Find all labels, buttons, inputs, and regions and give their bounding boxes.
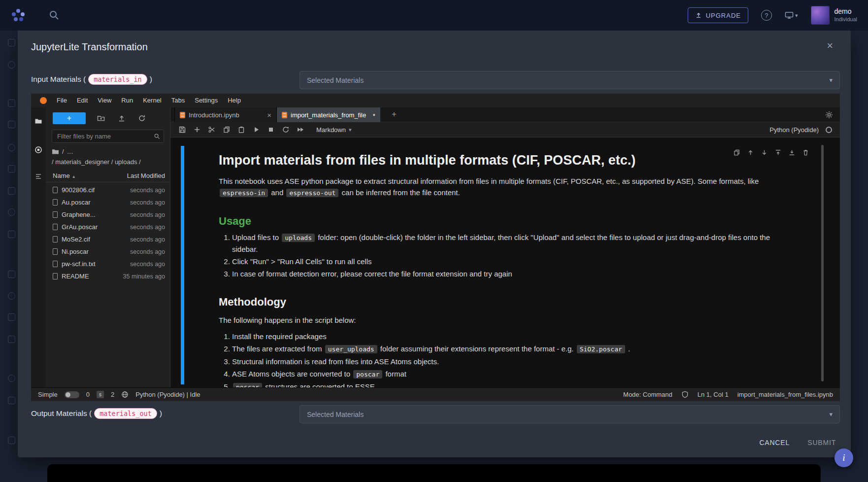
sidebar-icon[interactable] [8, 100, 15, 107]
notebook-scrollbar[interactable] [821, 145, 824, 381]
unsaved-dot-icon[interactable]: ● [373, 112, 375, 117]
filter-files-input[interactable] [52, 130, 164, 143]
help-icon[interactable]: ? [761, 10, 772, 21]
menu-item-settings[interactable]: Settings [190, 94, 223, 107]
breadcrumb-ellipsis[interactable]: … [67, 148, 73, 155]
table-of-contents-tab-icon[interactable] [34, 172, 42, 180]
file-row[interactable]: 9002806.cifseconds ago [46, 184, 170, 196]
gear-icon[interactable] [825, 111, 833, 119]
copy-icon[interactable] [223, 126, 231, 134]
viewport-menu[interactable]: ▾ [785, 11, 798, 19]
sidebar-icon[interactable] [8, 336, 15, 343]
jupyter-logo-icon [40, 97, 47, 104]
sidebar-icon[interactable] [8, 144, 15, 151]
cell-collapser[interactable] [181, 146, 184, 384]
insert-cell-icon[interactable] [193, 126, 201, 134]
md-text: The files are extracted from [232, 344, 324, 353]
cell-type-dropdown[interactable]: Markdown ▾ [316, 126, 352, 134]
sidebar-icon[interactable] [8, 165, 15, 172]
sidebar-icon[interactable] [8, 271, 15, 278]
menu-item-edit[interactable]: Edit [72, 94, 93, 107]
close-icon[interactable]: × [827, 39, 833, 52]
output-materials-label: Output Materials ( materials_out ) [31, 408, 162, 419]
file-row[interactable]: Au.poscarseconds ago [46, 196, 170, 208]
session-badge-icon[interactable]: s [97, 391, 104, 398]
refresh-icon[interactable] [138, 114, 146, 122]
kernel-count[interactable]: 2 [111, 391, 114, 398]
column-header-last-modified[interactable]: Last Modified [127, 172, 165, 179]
sidebar-icon[interactable] [8, 61, 15, 69]
restart-kernel-icon[interactable] [282, 126, 290, 134]
file-row[interactable]: Ni.poscarseconds ago [46, 245, 170, 258]
sidebar-icon[interactable] [8, 292, 15, 300]
md-text: Upload files to [232, 233, 281, 241]
selected-materials-input-dropdown[interactable]: Selected Materials ▾ [300, 71, 840, 89]
trust-shield-icon[interactable] [681, 391, 689, 398]
terminal-count[interactable]: 0 [86, 391, 90, 398]
cut-icon[interactable] [208, 126, 216, 134]
sidebar-icon[interactable] [8, 397, 15, 404]
run-icon[interactable] [252, 126, 260, 134]
upgrade-button[interactable]: UPGRADE [688, 7, 748, 23]
command-mode-indicator[interactable]: Mode: Command [623, 391, 672, 398]
menu-item-kernel[interactable]: Kernel [138, 94, 167, 107]
save-icon[interactable] [178, 126, 186, 134]
column-header-name[interactable]: Name▲ [53, 172, 76, 179]
kernel-status-text[interactable]: Python (Pyodide) | Idle [135, 391, 200, 398]
sidebar-icon[interactable] [8, 437, 15, 444]
tab-import-materials[interactable]: import_materials_from_file ● [277, 107, 380, 122]
file-row[interactable]: MoSe2.cifseconds ago [46, 233, 170, 245]
md-text: folder assuming their extensions represe… [378, 344, 576, 353]
upload-icon[interactable] [118, 114, 126, 122]
sidebar-icon[interactable] [8, 39, 15, 46]
menu-item-help[interactable]: Help [223, 94, 246, 107]
tab-introduction[interactable]: Introduction.ipynb × [174, 107, 277, 122]
menu-item-file[interactable]: File [52, 94, 72, 107]
kernel-name[interactable]: Python (Pyodide) [769, 126, 819, 134]
delete-cell-icon[interactable] [802, 149, 809, 156]
kernel-status-icon[interactable] [826, 127, 832, 133]
markdown-cell[interactable]: Import materials from files in multiple … [219, 138, 795, 387]
chevron-down-icon: ▾ [349, 127, 352, 133]
cancel-button[interactable]: CANCEL [755, 436, 794, 449]
file-list: 9002806.cifseconds agoAu.poscarseconds a… [46, 184, 170, 282]
running-sessions-tab-icon[interactable] [34, 146, 42, 154]
jupyter-menubar: FileEditViewRunKernelTabsSettingsHelp [31, 94, 840, 107]
notebook-file-icon [282, 112, 287, 118]
sidebar-icon[interactable] [8, 208, 15, 216]
breadcrumb-path[interactable]: / materials_designer / uploads / [52, 158, 141, 166]
home-folder-icon[interactable] [52, 148, 59, 155]
avatar[interactable] [811, 6, 830, 25]
file-row[interactable]: GrAu.poscarseconds ago [46, 221, 170, 233]
stop-icon[interactable] [267, 126, 275, 134]
selected-materials-output-dropdown[interactable]: Selected Materials ▾ [300, 405, 840, 423]
sidebar-icon[interactable] [8, 313, 15, 321]
file-browser-tab-icon[interactable] [34, 117, 42, 125]
submit-button[interactable]: SUBMIT [803, 436, 840, 449]
sidebar-icon[interactable] [8, 375, 15, 382]
simple-mode-toggle[interactable] [65, 391, 79, 398]
menu-item-view[interactable]: View [93, 94, 116, 107]
search-icon[interactable] [48, 9, 60, 21]
file-row[interactable]: Graphene...seconds ago [46, 208, 170, 221]
restart-run-all-icon[interactable] [297, 126, 304, 134]
info-button[interactable]: i [835, 448, 853, 467]
sidebar-icon[interactable] [8, 231, 15, 238]
file-row[interactable]: README35 minutes ago [46, 270, 170, 282]
menu-item-run[interactable]: Run [116, 94, 138, 107]
file-row[interactable]: pw-scf.in.txtseconds ago [46, 258, 170, 270]
active-filename[interactable]: import_materials_from_files.ipynb [737, 391, 833, 398]
menu-item-tabs[interactable]: Tabs [167, 94, 190, 107]
globe-icon[interactable] [121, 391, 129, 398]
cursor-position[interactable]: Ln 1, Col 1 [698, 391, 729, 398]
sidebar-icon[interactable] [8, 187, 15, 195]
sidebar-icon[interactable] [8, 121, 15, 128]
app-logo-icon[interactable] [11, 8, 26, 23]
file-icon [53, 224, 58, 230]
jupyter-main: + [31, 107, 840, 387]
close-tab-icon[interactable]: × [267, 111, 271, 119]
paste-icon[interactable] [237, 126, 245, 134]
new-launcher-button[interactable]: + [53, 112, 86, 124]
new-folder-icon[interactable] [97, 114, 105, 122]
new-tab-button[interactable]: + [387, 107, 401, 122]
